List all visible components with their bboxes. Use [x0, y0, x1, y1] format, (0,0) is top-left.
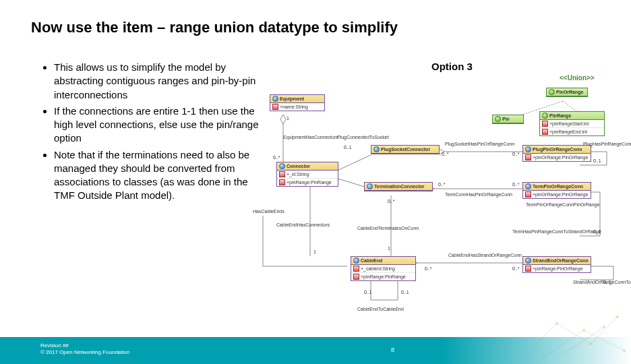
- uml-class-connector: Connector +_id:String +pinRange:PinRange: [276, 162, 338, 187]
- svg-line-31: [543, 330, 584, 357]
- uml-class-termpincon: TermPinOrRangeConn +pinOrRange:PinOrRang…: [522, 182, 591, 199]
- mult-label: 0..*: [442, 152, 449, 156]
- svg-point-40: [623, 349, 626, 352]
- attr-icon: [542, 121, 548, 127]
- svg-line-29: [557, 324, 591, 344]
- svg-point-39: [542, 356, 545, 359]
- svg-point-34: [555, 322, 558, 325]
- mult-label: 0..*: [425, 266, 432, 271]
- uml-class-equipment: Equipment +name:String: [270, 94, 325, 111]
- assoc-label: CableEndHasStrandOrRangeConn: [448, 253, 522, 257]
- bullet-item: This allows us to simplify the model by …: [54, 61, 264, 102]
- uml-class-pinrange: PinRange +pinRangeStart:int +pinRangeEnd…: [539, 111, 605, 136]
- assoc-label: EquipmentHasConnectors: [283, 135, 338, 140]
- bullet-item: If the connections are entire 1-1 then u…: [54, 104, 264, 146]
- attr-icon: [525, 266, 531, 272]
- mult-label: 0..1: [344, 145, 352, 150]
- assoc-label: PlugHasPinRangeConnTo: [583, 142, 631, 146]
- mult-label: 1: [388, 246, 390, 251]
- slide-root: Now use the item – range union datatype …: [0, 0, 631, 364]
- attr-icon: [272, 104, 278, 110]
- svg-line-27: [563, 101, 576, 111]
- uml-class-plugsocket: PlugSocketConnector: [371, 145, 440, 154]
- attr-icon: [353, 266, 359, 272]
- class-icon: [542, 113, 548, 119]
- assoc-label: PlugConnectedToSocket: [337, 135, 389, 140]
- attr-icon: [353, 274, 359, 280]
- class-icon: [367, 183, 373, 189]
- assoc-label: TermConnHasPinOrRangeConn: [445, 192, 512, 197]
- uml-class-plugpincon: PlugPinOrRangeConn +pinOrRange:PinOrRang…: [522, 145, 591, 162]
- mult-label: 0..1: [364, 290, 372, 295]
- class-icon: [525, 183, 531, 189]
- mult-label: 0..1: [401, 290, 409, 295]
- mult-label: 0..*: [438, 182, 446, 187]
- bullet-item: Note that if the terminations need to al…: [54, 148, 264, 203]
- svg-line-32: [584, 330, 624, 351]
- bullet-list: This allows us to simplify the model by …: [42, 61, 264, 206]
- assoc-label: CableEndTerminatesOnConn: [357, 226, 419, 231]
- attr-icon: [542, 129, 548, 135]
- class-icon: [279, 163, 285, 169]
- footer-decoration-icon: [523, 310, 631, 364]
- mult-label: 0..*: [273, 155, 280, 160]
- class-icon: [495, 116, 501, 122]
- svg-point-38: [603, 326, 605, 328]
- assoc-label: PlugSocketHasPinOrRangeConn: [445, 142, 514, 146]
- attr-icon: [525, 154, 531, 160]
- union-stereotype-label: <<Union>>: [560, 74, 595, 82]
- class-icon: [525, 257, 531, 264]
- class-icon: [272, 96, 278, 102]
- mult-label: 1: [287, 116, 289, 121]
- mult-label: 1: [313, 249, 316, 254]
- class-icon: [525, 146, 531, 152]
- assoc-label: CableEndToCableEnd: [357, 307, 404, 311]
- mult-label: 0..1: [593, 158, 601, 163]
- option-3-label: Option 3: [431, 61, 473, 72]
- uml-class-strandcon: StrandEndOrRangeConn +pinRange:PinOrRang…: [522, 256, 591, 273]
- class-icon: [549, 89, 555, 95]
- assoc-label: StrandAndOrRangeConnTo: [573, 280, 631, 284]
- uml-class-cableend: CableEnd +_cableId:String +pinRange:PinR…: [351, 256, 416, 281]
- attr-icon: [279, 179, 285, 185]
- assoc-label: TermPinOrRangeConnPinOrRange: [526, 202, 599, 207]
- mult-label: 0..*: [512, 152, 520, 156]
- svg-point-36: [616, 315, 619, 318]
- svg-point-35: [589, 342, 592, 345]
- uml-diagram: Equipment +name:String Connector +_id:St…: [256, 94, 620, 324]
- assoc-label: CableEndHasConnectors: [276, 222, 330, 227]
- attr-icon: [525, 191, 531, 198]
- class-icon: [373, 146, 380, 152]
- svg-line-28: [530, 324, 557, 351]
- mult-label: 0..*: [512, 266, 520, 271]
- uml-class-pinorrange: PinOrRange: [546, 88, 588, 97]
- svg-line-30: [591, 317, 618, 344]
- mult-label: 0..*: [388, 199, 395, 204]
- class-icon: [353, 257, 359, 264]
- attr-icon: [279, 171, 285, 177]
- footer-revision: Revision ## © 2017 Open Networking Found…: [40, 342, 129, 357]
- mult-label: 0..1: [593, 229, 601, 234]
- assoc-label: TermHasPinRangeConnToStrandOrRange: [512, 229, 601, 234]
- svg-point-37: [582, 329, 585, 332]
- uml-class-pin: Pin: [492, 115, 524, 124]
- footer-page-number: 8: [391, 346, 394, 353]
- assoc-label: HasCableEnds: [253, 209, 284, 214]
- svg-marker-1: [280, 115, 286, 124]
- mult-label: 0..*: [512, 182, 520, 187]
- mult-label: 0..1: [603, 280, 611, 284]
- slide-footer: Revision ## © 2017 Open Networking Found…: [0, 337, 631, 364]
- uml-class-termconn: TerminationConnector: [364, 182, 433, 191]
- slide-title: Now use the item – range union datatype …: [31, 19, 398, 36]
